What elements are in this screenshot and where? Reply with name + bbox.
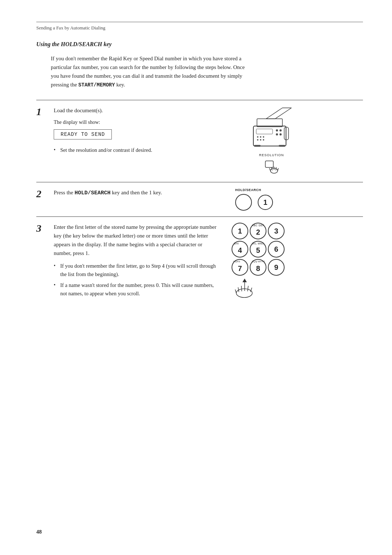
step-3-number: 3 <box>36 223 50 234</box>
keypad-key-6: 6 <box>268 241 285 258</box>
svg-rect-19 <box>279 145 285 147</box>
display-box: READY TO SEND <box>54 129 112 139</box>
svg-rect-6 <box>256 129 273 134</box>
svg-marker-35 <box>242 279 247 282</box>
step-2-post: key and then the 1 key. <box>112 190 162 195</box>
keypad-num-6: 6 <box>274 245 278 254</box>
page-number: 48 <box>36 529 42 535</box>
svg-line-25 <box>276 167 276 170</box>
keypad-grid: 1 ABC 2 DEF 3 GHI 4 <box>232 223 285 276</box>
svg-point-16 <box>263 139 264 141</box>
top-rule <box>36 22 363 22</box>
svg-line-29 <box>238 287 239 292</box>
intro-paragraph: If you don't remember the Rapid Key or S… <box>51 54 254 89</box>
step-2-main-text: Press the HOLD/SEARCH key and then the 1… <box>54 188 235 198</box>
step-1-content: Load the document(s). The display will s… <box>54 106 235 154</box>
svg-line-22 <box>269 168 270 171</box>
step-3-illustration: 1 ABC 2 DEF 3 GHI 4 <box>232 223 285 300</box>
step-2-row: 2 Press the HOLD/SEARCH key and then the… <box>36 182 363 216</box>
hold-search-keys: 1 <box>235 194 273 211</box>
step-3-main-text: Enter the first letter of the stored nam… <box>54 223 221 258</box>
keypad-key-3: 3 <box>268 223 285 239</box>
svg-line-30 <box>241 286 242 291</box>
step-3-bullet-2: • If a name wasn't stored for the number… <box>54 281 221 297</box>
svg-point-7 <box>276 129 278 131</box>
hold-search-key-circle <box>235 194 252 211</box>
step-3-content-area: Enter the first letter of the stored nam… <box>54 223 363 300</box>
keypad-num-1: 1 <box>238 227 242 235</box>
keypad-hand <box>232 279 285 300</box>
svg-line-3 <box>275 108 291 119</box>
keypad-num-5: 5 <box>256 246 260 255</box>
keypad-num-2: 2 <box>256 228 260 236</box>
step-3-bullet-1-text: If you don't remember the first letter, … <box>60 262 221 278</box>
steps-container: 1 Load the document(s). The display will… <box>36 100 363 306</box>
keypad-key-8: TUV 8 WXYZ <box>250 259 266 276</box>
keypad-key-5: JKL 5 MNO <box>250 241 266 258</box>
keypad-num-7: 7 <box>238 264 242 273</box>
step-1-row: 1 Load the document(s). The display will… <box>36 100 363 182</box>
step-1-main-text: Load the document(s). <box>54 106 235 115</box>
keypad-ghi: GHI <box>234 242 239 245</box>
step-3-row: 3 Enter the first letter of the stored n… <box>36 216 363 306</box>
svg-point-15 <box>260 139 261 141</box>
keypad-key-4: GHI 4 <box>232 241 248 258</box>
bullet-dot-3-2: • <box>54 281 57 289</box>
keypad-num-8: 8 <box>256 264 260 273</box>
bullet-dot-3-1: • <box>54 262 57 270</box>
hold-search-key-label: HOLD/SEARCH <box>235 188 261 192</box>
svg-point-8 <box>279 129 282 131</box>
section-header: Sending a Fax by Automatic Dialing <box>36 25 363 31</box>
step-1-sub-label: The display will show: <box>54 118 235 126</box>
resolution-area: RESOLUTION <box>259 153 284 176</box>
step-1-bullet-text: Set the resolution and/or contrast if de… <box>60 146 152 154</box>
svg-rect-20 <box>265 161 273 167</box>
svg-rect-1 <box>257 119 282 127</box>
keypad-num-3: 3 <box>274 227 278 235</box>
step-1-bullet: • Set the resolution and/or contrast if … <box>54 146 235 154</box>
keypad-key-7: PQRS 7 <box>232 259 248 276</box>
keypad-num-4: 4 <box>238 246 242 255</box>
keypad-pqrs: PQRS <box>233 260 240 263</box>
svg-rect-18 <box>254 145 261 147</box>
keypad-key-1: 1 <box>232 223 248 239</box>
keypad-abc: ABC <box>252 224 258 227</box>
keypad-num-9: 9 <box>274 263 278 272</box>
keypad-jkl: JKL <box>252 242 257 245</box>
step-3-bullet-1: • If you don't remember the first letter… <box>54 262 221 278</box>
bullet-dot-1: • <box>54 146 57 154</box>
svg-line-28 <box>235 289 236 293</box>
step-2-number: 2 <box>36 188 50 199</box>
step-3-bullet-2-text: If a name wasn't stored for the number, … <box>60 281 221 297</box>
step-2-content: Press the HOLD/SEARCH key and then the 1… <box>54 188 235 198</box>
keypad-key-2: ABC 2 DEF <box>250 223 266 239</box>
step-2-pre: Press the <box>54 190 73 195</box>
svg-line-2 <box>266 108 282 119</box>
svg-point-11 <box>257 136 258 138</box>
keypad-key-9: 9 <box>268 259 285 276</box>
keypad-wxyz: WXYZ <box>258 260 265 263</box>
fax-machine-icon <box>246 106 297 150</box>
key-1-circle: 1 <box>258 195 273 210</box>
page: Sending a Fax by Automatic Dialing Using… <box>0 0 392 555</box>
keypad-mno: MNO <box>258 242 264 245</box>
svg-line-32 <box>248 286 248 291</box>
key-1-label: 1 <box>263 198 267 207</box>
section-title: Using the HOLD/SEARCH key <box>36 41 363 48</box>
hand-keypad-icon <box>232 279 257 299</box>
svg-point-14 <box>257 139 258 141</box>
step-2-bold-key: HOLD/SEARCH <box>75 190 111 196</box>
step-3-text-block: Enter the first letter of the stored nam… <box>54 223 221 297</box>
keypad-def: DEF <box>259 224 265 227</box>
intro-text-post: key. <box>116 82 125 88</box>
resolution-label: RESOLUTION <box>259 153 284 157</box>
step-1-illustration: RESOLUTION <box>242 106 301 176</box>
svg-line-26 <box>278 168 278 171</box>
step-2-illustration: HOLD/SEARCH 1 <box>235 188 293 211</box>
svg-point-13 <box>263 136 264 138</box>
svg-point-12 <box>260 136 261 138</box>
svg-point-10 <box>279 133 282 135</box>
step-1-number: 1 <box>36 106 50 117</box>
keypad-tuv: TUV <box>252 260 258 263</box>
intro-monospace-key: START/MEMORY <box>78 82 115 88</box>
